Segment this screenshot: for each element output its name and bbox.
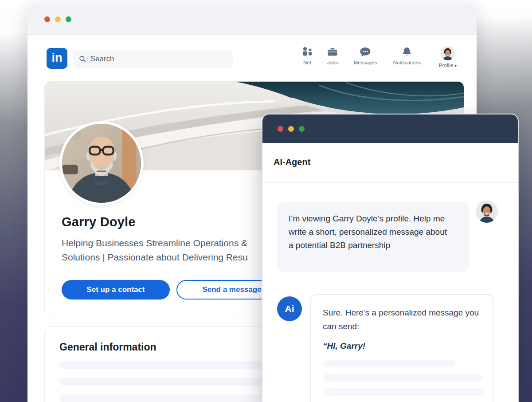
close-window-button[interactable] bbox=[44, 16, 50, 22]
set-up-contact-button[interactable]: Set up a contact bbox=[62, 280, 170, 300]
page: in Net Jobs bbox=[0, 0, 532, 402]
sparkle-icon: ✦ bbox=[302, 293, 306, 298]
profile-headline: Helping Businesses Streamline Operations… bbox=[62, 236, 248, 264]
notifications-icon bbox=[401, 46, 413, 58]
chevron-down-icon: ▾ bbox=[454, 63, 457, 68]
ai-agent-window: AI-Agent I’m viewing Garry Doyle’s profi… bbox=[262, 114, 518, 402]
placeholder-bar bbox=[323, 374, 483, 382]
jobs-icon bbox=[327, 46, 339, 58]
nav-label: Notifications bbox=[393, 60, 421, 65]
minimize-window-button[interactable] bbox=[288, 126, 294, 132]
nav-label: Jobs bbox=[327, 60, 338, 65]
general-information-title: General information bbox=[59, 341, 156, 353]
user-avatar bbox=[476, 201, 498, 223]
profile-photo-image bbox=[62, 124, 141, 203]
placeholder-bar bbox=[323, 360, 456, 367]
nav-item-network[interactable]: Net bbox=[301, 46, 313, 65]
browser-title-bar bbox=[27, 4, 477, 35]
ai-agent-header: AI-Agent bbox=[262, 143, 518, 183]
profile-avatar-image bbox=[441, 46, 455, 60]
nav-item-messages[interactable]: Messages bbox=[354, 46, 377, 65]
minimize-window-button[interactable] bbox=[55, 16, 61, 22]
linkedin-logo[interactable]: in bbox=[47, 48, 67, 69]
nav-label: Net bbox=[303, 60, 311, 65]
nav-item-notifications[interactable]: Notifications bbox=[393, 46, 421, 65]
user-avatar-image bbox=[476, 201, 498, 223]
search-icon bbox=[79, 55, 86, 63]
headline-line-2: Solutions | Passionate about Delivering … bbox=[62, 250, 248, 264]
ai-window-title-bar bbox=[262, 114, 518, 143]
profile-photo bbox=[59, 121, 144, 205]
nav-item-profile[interactable]: Profile ▾ bbox=[439, 46, 457, 68]
close-window-button[interactable] bbox=[278, 126, 283, 132]
ai-message-quote: “Hi, Garry! bbox=[323, 341, 481, 351]
nav-label: Profile ▾ bbox=[439, 63, 457, 68]
zoom-window-button[interactable] bbox=[66, 16, 71, 22]
user-message-bubble: I’m viewing Garry Doyle’s profile. Help … bbox=[277, 202, 469, 272]
network-icon bbox=[301, 46, 313, 58]
ai-agent-title: AI-Agent bbox=[274, 157, 310, 167]
placeholder-bar bbox=[323, 388, 483, 396]
search-input[interactable] bbox=[90, 55, 227, 63]
nav-label: Messages bbox=[354, 60, 377, 65]
ai-avatar: Ai ✦ bbox=[277, 296, 302, 321]
profile-name: Garry Doyle bbox=[62, 215, 136, 229]
user-message-text: I’m viewing Garry Doyle’s profile. Help … bbox=[289, 212, 454, 252]
search-box[interactable] bbox=[73, 50, 233, 68]
ai-message-text: Sure. Here's a personalized message you … bbox=[323, 306, 481, 333]
ai-message-bubble: Sure. Here's a personalized message you … bbox=[310, 294, 493, 402]
profile-avatar bbox=[441, 46, 455, 60]
headline-line-1: Helping Businesses Streamline Operations… bbox=[62, 236, 248, 250]
nav-item-jobs[interactable]: Jobs bbox=[327, 46, 339, 65]
messages-icon bbox=[359, 46, 372, 58]
zoom-window-button[interactable] bbox=[299, 126, 305, 132]
ai-avatar-label: Ai bbox=[285, 303, 294, 314]
